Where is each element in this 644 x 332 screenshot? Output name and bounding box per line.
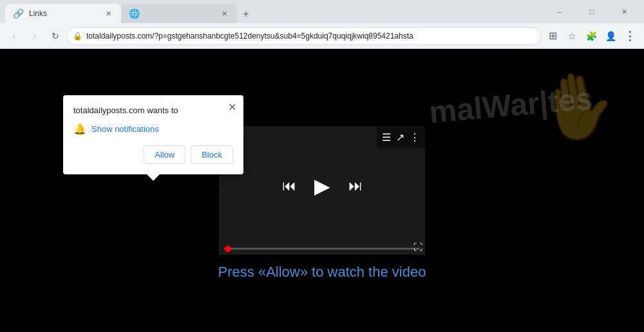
share-icon[interactable]: ↗ [396,131,404,143]
tab-links-label: Links [29,9,98,18]
queue-icon[interactable]: ☰ [382,131,391,143]
progress-dot [225,246,231,252]
page-content: ✋ malWar|tes ☰ ↗ ⋮ ⏮ ▶ ⏭ [0,49,644,332]
popup-actions: Allow Block [73,145,233,164]
toolbar: ‹ › ↻ 🔒 totaldailyposts.com/?p=gstgehans… [0,23,644,49]
prev-button[interactable]: ⏮ [282,178,296,194]
tab-empty-icon: 🌐 [129,8,140,19]
block-button[interactable]: Block [191,145,233,164]
progress-fill [224,248,228,250]
video-top-controls: ☰ ↗ ⋮ [377,126,425,149]
permission-popup: ✕ totaldailyposts.com wants to 🔔 Show no… [63,95,243,174]
video-bottom-bar: ⛶ [219,245,425,255]
back-button[interactable]: ‹ [5,27,23,45]
toolbar-right: ⊞ ☆ 🧩 👤 ⋮ [544,27,639,45]
reload-button[interactable]: ↻ [46,27,64,45]
allow-button[interactable]: Allow [144,145,185,164]
bell-icon: 🔔 [73,123,86,135]
forward-button[interactable]: › [26,27,44,45]
close-button[interactable]: ✕ [609,2,639,21]
profile-button[interactable]: 👤 [601,27,620,45]
popup-notification-item: 🔔 Show notifications [73,123,233,135]
new-tab-button[interactable]: + [237,5,255,23]
title-bar: 🔗 Links ✕ 🌐 ✕ + – □ ✕ [0,0,644,23]
address-bar[interactable]: 🔒 totaldailyposts.com/?p=gstgehanshanbcg… [67,27,541,45]
video-area: ☰ ↗ ⋮ ⏮ ▶ ⏭ [219,126,425,245]
lock-icon: 🔒 [73,32,82,41]
video-playback: ⏮ ▶ ⏭ [282,174,363,198]
video-player: ☰ ↗ ⋮ ⏮ ▶ ⏭ ⛶ [219,126,425,255]
maximize-button[interactable]: □ [577,2,607,21]
minimize-button[interactable]: – [545,2,574,21]
prompt-text: Press «Allow» to watch the video [0,264,644,281]
tab-links[interactable]: 🔗 Links ✕ [5,4,121,23]
tab-links-close[interactable]: ✕ [103,8,113,19]
show-notifications-link[interactable]: Show notifications [91,124,159,134]
popup-title: totaldailyposts.com wants to [73,106,233,115]
more-icon[interactable]: ⋮ [410,131,420,143]
popup-close-button[interactable]: ✕ [225,100,238,113]
next-button[interactable]: ⏭ [348,178,363,194]
tab-empty-close[interactable]: ✕ [219,8,229,19]
extensions2-button[interactable]: 🧩 [582,27,600,45]
play-button[interactable]: ▶ [314,174,330,198]
bookmark-button[interactable]: ☆ [563,27,581,45]
popup-arrow [147,174,160,181]
window-controls: – □ ✕ [545,2,639,21]
tab-link-icon: 🔗 [13,8,24,19]
progress-bar[interactable] [224,248,420,250]
tab-strip: 🔗 Links ✕ 🌐 ✕ + [5,0,540,23]
tab-empty[interactable]: 🌐 ✕ [121,4,237,23]
url-text: totaldailyposts.com/?p=gstgehanshanbcgte… [86,32,535,41]
extensions-button[interactable]: ⊞ [544,27,562,45]
menu-button[interactable]: ⋮ [621,27,639,45]
fullscreen-button[interactable]: ⛶ [413,242,422,252]
